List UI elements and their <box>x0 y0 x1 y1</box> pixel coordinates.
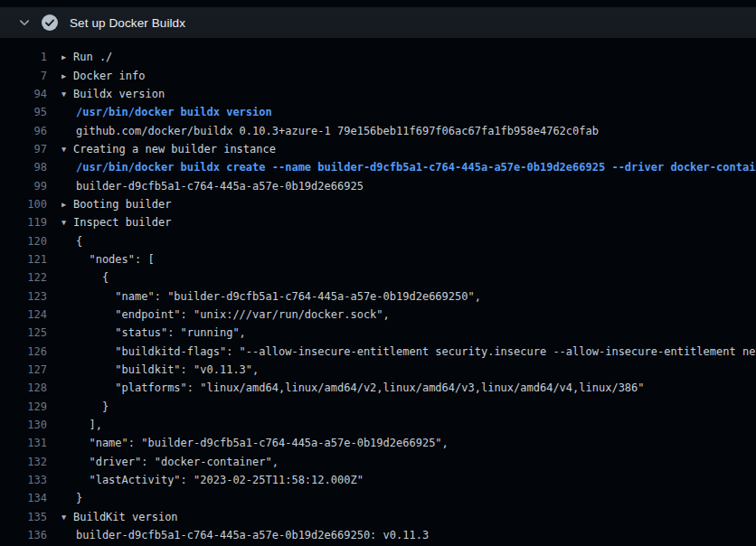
line-number[interactable]: 124 <box>0 308 47 321</box>
log-line: 133 "lastActivity": "2023-02-25T11:58:12… <box>0 471 756 489</box>
log-line: 135▼BuildKit version <box>0 508 756 526</box>
line-number[interactable]: 126 <box>0 345 47 358</box>
step-title: Set up Docker Buildx <box>70 16 185 30</box>
triangle-down-icon: ▼ <box>61 512 73 521</box>
log-output-text: "platforms": "linux/amd64,linux/amd64/v2… <box>76 381 645 394</box>
line-number[interactable]: 125 <box>0 326 47 339</box>
log-group-toggle[interactable]: ▼BuildKit version <box>61 511 756 523</box>
line-number[interactable]: 128 <box>0 381 47 394</box>
log-text-row: github.com/docker/buildx 0.10.3+azure-1 … <box>61 125 756 137</box>
log-output-text: } <box>76 492 82 504</box>
log-text-row: /usr/bin/docker buildx create --name bui… <box>61 161 756 174</box>
log-text-row: { <box>61 235 756 248</box>
line-number[interactable]: 136 <box>0 529 47 541</box>
log-line: 129 } <box>0 398 756 416</box>
log-text-row: { <box>61 271 756 284</box>
log-group-toggle[interactable]: ▼Creating a new builder instance <box>61 143 756 155</box>
log-line: 95/usr/bin/docker buildx version <box>0 103 756 121</box>
log-line: 132 "driver": "docker-container", <box>0 453 756 471</box>
log-group-toggle[interactable]: ▶Docker info <box>61 70 756 82</box>
log-group-title: Buildx version <box>73 88 165 100</box>
log-line: 1▶Run ./ <box>0 48 756 66</box>
log-text-row: ], <box>61 419 756 431</box>
log-output-text: "buildkit": "v0.11.3", <box>76 363 259 376</box>
line-number[interactable]: 132 <box>0 456 47 468</box>
log-group-title: Docker info <box>73 70 145 82</box>
line-number[interactable]: 96 <box>0 125 47 137</box>
line-number[interactable]: 1 <box>0 51 47 63</box>
log-group-toggle[interactable]: ▶Run ./ <box>61 51 756 63</box>
triangle-down-icon: ▼ <box>61 218 73 227</box>
log-line: 120{ <box>0 231 756 249</box>
log-output-text: builder-d9cfb5a1-c764-445a-a57e-0b19d2e6… <box>76 180 364 193</box>
log-group-title: BuildKit version <box>73 511 178 523</box>
log-group-title: Creating a new builder instance <box>73 143 276 155</box>
log-group-toggle[interactable]: ▼Buildx version <box>61 88 756 100</box>
line-number[interactable]: 129 <box>0 400 47 413</box>
log-line: 124 "endpoint": "unix:///var/run/docker.… <box>0 306 756 324</box>
log-group-title: Booting builder <box>73 198 171 211</box>
step-header-toggle[interactable]: Set up Docker Buildx <box>0 7 756 38</box>
log-text-row: "buildkit": "v0.11.3", <box>61 363 756 376</box>
log-text-row: "endpoint": "unix:///var/run/docker.sock… <box>61 308 756 321</box>
line-number[interactable]: 133 <box>0 474 47 486</box>
line-number[interactable]: 121 <box>0 253 47 266</box>
log-text-row: "name": "builder-d9cfb5a1-c764-445a-a57e… <box>61 290 756 303</box>
line-number[interactable]: 100 <box>0 198 47 211</box>
log-line: 125 "status": "running", <box>0 324 756 342</box>
log-text-row: "name": "builder-d9cfb5a1-c764-445a-a57e… <box>61 437 756 449</box>
line-number[interactable]: 130 <box>0 419 47 431</box>
log-text-row: /usr/bin/docker buildx version <box>61 106 756 118</box>
log-command-text: /usr/bin/docker buildx version <box>76 106 272 118</box>
line-number[interactable]: 131 <box>0 437 47 449</box>
line-number[interactable]: 7 <box>0 70 47 82</box>
log-output-text: { <box>76 235 82 248</box>
line-number[interactable]: 95 <box>0 106 47 118</box>
log-text-row: } <box>61 492 756 504</box>
triangle-right-icon: ▶ <box>61 71 73 80</box>
log-command-text: /usr/bin/docker buildx create --name bui… <box>76 161 756 174</box>
log-line: 128 "platforms": "linux/amd64,linux/amd6… <box>0 379 756 397</box>
line-number[interactable]: 127 <box>0 363 47 376</box>
log-output-text: "driver": "docker-container", <box>76 456 279 468</box>
log-line: 121 "nodes": [ <box>0 250 756 268</box>
log-group-toggle[interactable]: ▶Booting builder <box>61 198 756 211</box>
log-group-toggle[interactable]: ▼Inspect builder <box>61 216 756 229</box>
line-number[interactable]: 122 <box>0 271 47 284</box>
log-text-row: builder-d9cfb5a1-c764-445a-a57e-0b19d2e6… <box>61 529 756 541</box>
line-number[interactable]: 123 <box>0 290 47 303</box>
line-number[interactable]: 120 <box>0 235 47 248</box>
log-output-text: ], <box>76 419 102 431</box>
log-output-text: github.com/docker/buildx 0.10.3+azure-1 … <box>76 125 599 137</box>
log-text-row: } <box>61 400 756 413</box>
triangle-right-icon: ▶ <box>61 199 73 208</box>
log-line: 136builder-d9cfb5a1-c764-445a-a57e-0b19d… <box>0 526 756 544</box>
log-text-row: "buildkitd-flags": "--allow-insecure-ent… <box>61 345 756 358</box>
log-line: 126 "buildkitd-flags": "--allow-insecure… <box>0 343 756 361</box>
line-number[interactable]: 97 <box>0 143 47 155</box>
log-output-text: "status": "running", <box>76 326 246 339</box>
triangle-down-icon: ▼ <box>61 144 73 153</box>
log-text-row: builder-d9cfb5a1-c764-445a-a57e-0b19d2e6… <box>61 180 756 193</box>
check-circle-icon <box>42 14 58 31</box>
log-text-row: "lastActivity": "2023-02-25T11:58:12.000… <box>61 474 756 486</box>
workflow-log-page: Set up Docker Buildx 1▶Run ./7▶Docker in… <box>0 0 756 546</box>
log-text-row: "driver": "docker-container", <box>61 456 756 468</box>
log-line: 94▼Buildx version <box>0 85 756 103</box>
log-line: 134} <box>0 489 756 507</box>
log-output-text: { <box>76 271 109 284</box>
line-number[interactable]: 119 <box>0 216 47 229</box>
line-number[interactable]: 135 <box>0 511 47 523</box>
log-group-title: Run ./ <box>73 51 112 63</box>
log-line: 130 ], <box>0 416 756 434</box>
log-output-text: "name": "builder-d9cfb5a1-c764-445a-a57e… <box>76 437 449 449</box>
log-group-title: Inspect builder <box>73 216 171 229</box>
log-output-text: builder-d9cfb5a1-c764-445a-a57e-0b19d2e6… <box>76 529 429 541</box>
line-number[interactable]: 94 <box>0 88 47 100</box>
log-line: 123 "name": "builder-d9cfb5a1-c764-445a-… <box>0 287 756 305</box>
log-line: 96github.com/docker/buildx 0.10.3+azure-… <box>0 121 756 139</box>
line-number[interactable]: 134 <box>0 492 47 504</box>
line-number[interactable]: 99 <box>0 180 47 193</box>
log-text-row: "platforms": "linux/amd64,linux/amd64/v2… <box>61 381 756 394</box>
line-number[interactable]: 98 <box>0 161 47 174</box>
